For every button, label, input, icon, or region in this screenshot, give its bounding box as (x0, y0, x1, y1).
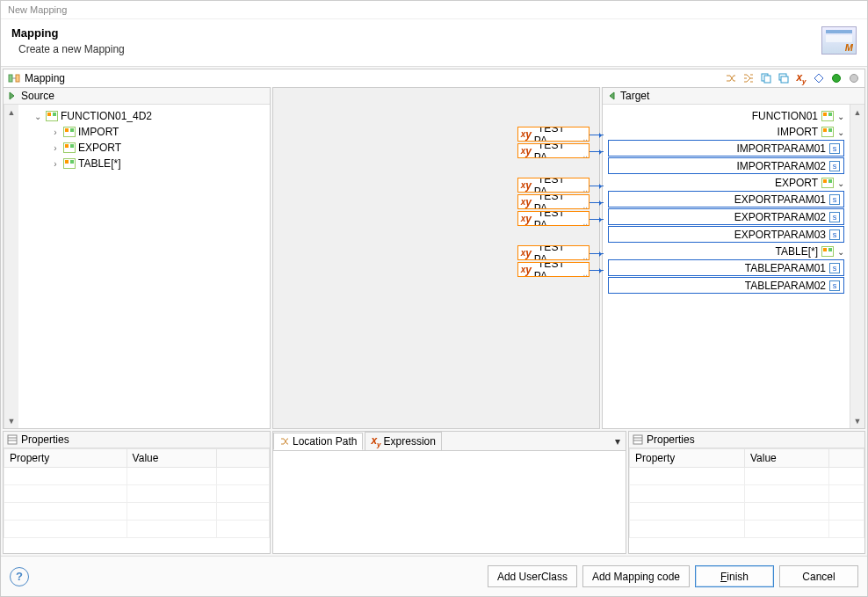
col-value[interactable]: Value (127, 449, 216, 468)
target-param[interactable]: IMPORTPARAM02s (608, 157, 844, 174)
cancel-button[interactable]: Cancel (779, 565, 858, 587)
col-value[interactable]: Value (744, 449, 828, 468)
target-scrollbar[interactable]: ▲▼ (850, 105, 864, 428)
tool-map-icon[interactable] (724, 71, 738, 85)
target-panel: Target FUNCTION01 ⌄ IMPORT ⌄ (602, 87, 865, 429)
source-tree[interactable]: ⌄ FUNCTION01_4D2 › IMPORT › (18, 105, 270, 175)
properties-left-header: Properties (21, 433, 69, 446)
add-userclass-button[interactable]: Add UserClass (488, 565, 577, 587)
mapping-section-header: Mapping xy (3, 69, 865, 87)
expression-node[interactable]: xy"TEST PA..... (517, 194, 590, 209)
target-param-label: EXPORTPARAM01 (734, 193, 826, 206)
tab-menu-icon[interactable]: ▾ (610, 435, 626, 448)
target-param[interactable]: TABLEPARAM02s (608, 277, 844, 294)
expression-text: "TEST PA... (534, 211, 589, 226)
tool-expand-all-icon[interactable] (812, 71, 826, 85)
work-area: Mapping xy Source ▲▼ (1, 67, 867, 556)
tree-node-label: TABLE[*] (78, 157, 120, 170)
expression-node[interactable]: xy"TEST PA..... (517, 262, 590, 277)
properties-right-header: Properties (647, 433, 695, 446)
target-param-label: EXPORTPARAM03 (734, 229, 826, 241)
col-blank[interactable] (829, 449, 864, 468)
properties-left-panel: Properties PropertyValue (3, 431, 271, 554)
tree-node-label: FUNCTION01_4D2 (61, 110, 152, 122)
target-tree[interactable]: FUNCTION01 ⌄ IMPORT ⌄ IMPORTPARAM01s IMP… (603, 105, 850, 298)
tool-validate-ok-icon[interactable] (829, 71, 843, 85)
target-group-label: IMPORT (778, 126, 818, 138)
collapse-icon[interactable]: ⌄ (837, 247, 844, 257)
target-param[interactable]: EXPORTPARAM01s (608, 191, 844, 207)
collapse-icon[interactable]: ⌄ (33, 112, 43, 121)
tree-node-label: IMPORT (78, 126, 119, 138)
target-param[interactable]: IMPORTPARAM01s (608, 140, 844, 157)
group-icon (821, 176, 835, 190)
tool-validate-off-icon[interactable] (847, 71, 861, 85)
expression-node[interactable]: xy"TEST PA..... (517, 178, 590, 193)
target-root-label: FUNCTION01 (752, 110, 818, 122)
expr-icon: xy (520, 128, 532, 141)
tree-node-root[interactable]: ⌄ FUNCTION01_4D2 (20, 108, 268, 124)
collapse-icon[interactable]: ⌄ (837, 112, 844, 121)
tab-location-path[interactable]: Location Path (273, 433, 363, 450)
source-header: Source (21, 90, 54, 102)
tab-expression[interactable]: xy Expression (365, 432, 442, 451)
target-group-export[interactable]: EXPORT ⌄ (604, 175, 848, 191)
expression-node[interactable]: xy"TEST PA..... (517, 143, 590, 158)
expand-icon[interactable]: › (50, 159, 61, 169)
expr-icon: xy (520, 247, 532, 259)
properties-left-grid[interactable]: PropertyValue (4, 448, 270, 538)
tab-label: Location Path (293, 435, 357, 448)
tab-label: Expression (384, 435, 436, 448)
center-detail-panel: Location Path xy Expression ▾ (272, 431, 626, 554)
source-scrollbar-left[interactable]: ▲▼ (4, 105, 18, 428)
location-path-icon (279, 436, 290, 447)
source-panel: Source ▲▼ ⌄ FUNCTION01_4D2 › (3, 87, 271, 429)
help-icon[interactable]: ? (10, 567, 29, 586)
collapse-icon[interactable]: ⌄ (837, 127, 844, 137)
collapse-icon[interactable]: ⌄ (837, 178, 844, 188)
expression-node[interactable]: xy"TEST PA..... (517, 211, 590, 226)
target-group-import[interactable]: IMPORT ⌄ (604, 124, 848, 140)
group-icon (821, 244, 835, 258)
string-type-icon: s (829, 212, 840, 222)
expression-node[interactable]: xy"TEST PA..... (517, 127, 590, 142)
mapping-main-split: Source ▲▼ ⌄ FUNCTION01_4D2 › (3, 87, 865, 429)
group-icon (62, 125, 76, 139)
tool-automap-icon[interactable] (741, 71, 756, 85)
wizard-banner: Mapping Create a new Mapping (1, 19, 867, 67)
svg-rect-1 (16, 75, 19, 82)
target-param-label: TABLEPARAM02 (745, 280, 826, 292)
target-param[interactable]: EXPORTPARAM03s (608, 226, 844, 243)
properties-right-grid[interactable]: PropertyValue (629, 448, 864, 538)
target-group-table[interactable]: TABLE[*] ⌄ (604, 244, 848, 259)
target-param[interactable]: EXPORTPARAM02s (608, 208, 844, 225)
col-property[interactable]: Property (630, 449, 745, 468)
tree-node-export[interactable]: › EXPORT (20, 140, 268, 156)
window-title: New Mapping (1, 1, 867, 19)
finish-button[interactable]: Finish (695, 565, 774, 587)
add-mapping-code-button[interactable]: Add Mapping code (582, 565, 690, 587)
expression-node[interactable]: xy"TEST PA..... (517, 245, 590, 260)
expand-icon[interactable]: › (50, 127, 61, 137)
banner-heading: Mapping (11, 26, 125, 40)
string-type-icon: s (829, 280, 840, 291)
expr-icon: xy (520, 145, 532, 157)
target-root[interactable]: FUNCTION01 ⌄ (604, 108, 848, 124)
group-icon (62, 141, 76, 155)
col-property[interactable]: Property (4, 449, 127, 468)
expression-text: "TEST PA... (534, 262, 589, 277)
tool-paste-icon[interactable] (777, 71, 791, 85)
expression-text: "TEST PA... (534, 143, 589, 158)
mapping-canvas[interactable]: xy"TEST PA..... xy"TEST PA..... xy"TEST … (272, 87, 600, 429)
connector-line (590, 202, 604, 203)
center-detail-body[interactable] (273, 451, 626, 553)
tree-node-table[interactable]: › TABLE[*] (20, 156, 268, 171)
tree-node-import[interactable]: › IMPORT (20, 124, 268, 140)
col-blank[interactable] (217, 449, 270, 468)
tool-copy-icon[interactable] (759, 71, 773, 85)
expression-text: "TEST PA... (534, 178, 589, 193)
expand-icon[interactable]: › (50, 143, 61, 153)
target-param[interactable]: TABLEPARAM01s (608, 259, 844, 276)
string-type-icon: s (829, 143, 840, 154)
tool-expression-icon[interactable]: xy (794, 71, 808, 85)
